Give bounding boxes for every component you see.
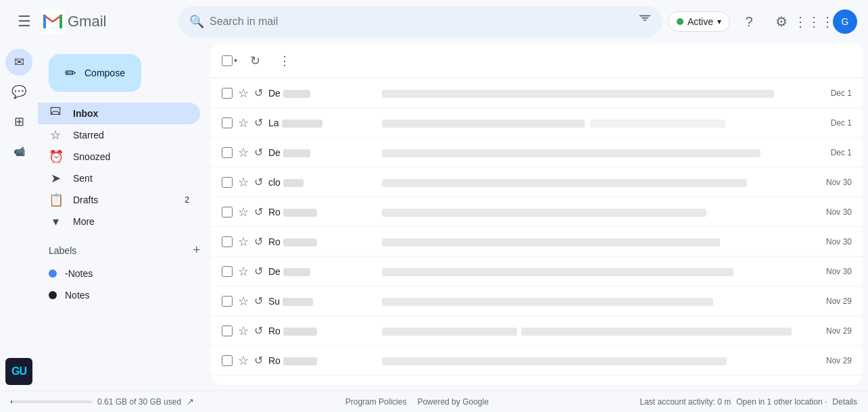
active-status-button[interactable]: Active ▾ xyxy=(668,11,730,32)
svg-rect-1 xyxy=(43,15,46,28)
email-row[interactable]: ☆ ↺ Su Nov 29 xyxy=(211,286,863,316)
email-date: Nov 30 xyxy=(826,207,852,217)
sidebar-item-inbox[interactable]: Inbox xyxy=(38,103,200,124)
more-options-button[interactable]: ⋮ xyxy=(272,49,297,73)
compose-label: Compose xyxy=(85,68,125,78)
reply-icon: ↺ xyxy=(254,294,263,307)
program-policies-link[interactable]: Program Policies xyxy=(345,397,407,407)
email-date: Nov 29 xyxy=(826,297,852,306)
reply-icon: ↺ xyxy=(254,324,263,337)
active-dot xyxy=(677,18,683,25)
email-row[interactable]: ☆ ↺ Ro Nov 30 xyxy=(211,227,863,257)
reply-icon: ↺ xyxy=(254,116,263,129)
sidebar-item-snoozed[interactable]: ⏰ Snoozed xyxy=(38,146,200,168)
star-icon[interactable]: ☆ xyxy=(238,86,249,101)
select-all-checkbox[interactable] xyxy=(222,55,233,66)
reply-icon: ↺ xyxy=(254,205,263,218)
other-location-text[interactable]: Open in 1 other location · xyxy=(736,397,827,407)
select-dropdown-icon[interactable]: ▾ xyxy=(234,57,237,64)
star-icon[interactable]: ☆ xyxy=(238,234,249,249)
labels-header: Labels + xyxy=(38,238,211,263)
strip-meet-icon[interactable]: 📹 xyxy=(5,138,32,165)
refresh-button[interactable]: ↻ xyxy=(243,49,267,73)
email-row[interactable]: ☆ ↺ clo Nov 30 xyxy=(211,168,863,197)
sender-name: Su xyxy=(268,296,377,307)
email-date: Nov 29 xyxy=(826,356,852,365)
star-icon[interactable]: ☆ xyxy=(238,205,249,220)
active-label: Active xyxy=(688,16,713,27)
email-content xyxy=(382,266,821,277)
email-row[interactable]: ☆ ↺ Ro Nov 30 xyxy=(211,197,863,227)
manage-storage-icon[interactable]: ↗ xyxy=(187,396,194,407)
strip-spaces-icon[interactable]: ⊞ xyxy=(5,108,32,135)
email-date: Nov 30 xyxy=(826,267,852,276)
email-content xyxy=(382,326,821,336)
inbox-icon xyxy=(49,105,62,122)
star-icon[interactable]: ☆ xyxy=(238,324,249,338)
email-row[interactable]: ☆ ↺ Ro Nov 29 xyxy=(211,376,863,385)
gmail-wordmark: Gmail xyxy=(68,13,106,30)
email-checkbox[interactable] xyxy=(222,147,233,158)
sender-name: Ro xyxy=(268,355,377,366)
reply-icon: ↺ xyxy=(254,146,263,159)
label-item-notes-blue[interactable]: -Notes xyxy=(38,263,200,284)
details-link[interactable]: Details xyxy=(832,397,857,407)
email-checkbox[interactable] xyxy=(222,385,233,386)
email-row[interactable]: ☆ ↺ La Dec 1 xyxy=(211,108,863,138)
email-content xyxy=(382,355,821,366)
email-checkbox[interactable] xyxy=(222,355,233,366)
search-input[interactable] xyxy=(210,16,633,28)
email-content xyxy=(382,147,825,158)
email-checkbox[interactable] xyxy=(222,88,233,99)
sidebar: ✏ Compose Inbox ☆ Starred ⏰ Snoozed ➤ Se… xyxy=(38,43,211,390)
email-checkbox[interactable] xyxy=(222,296,233,307)
email-date: Nov 30 xyxy=(826,178,852,187)
star-icon[interactable]: ☆ xyxy=(238,383,249,386)
email-row[interactable]: ☆ ↺ De Dec 1 xyxy=(211,138,863,168)
email-row[interactable]: ☆ ↺ De Nov 30 xyxy=(211,257,863,286)
star-icon[interactable]: ☆ xyxy=(238,353,249,368)
sidebar-item-starred[interactable]: ☆ Starred xyxy=(38,124,200,146)
label-item-notes[interactable]: Notes xyxy=(38,284,200,306)
email-content xyxy=(382,296,821,307)
star-icon[interactable]: ☆ xyxy=(238,264,249,279)
sidebar-item-drafts[interactable]: 📋 Drafts 2 xyxy=(38,189,200,211)
sent-label: Sent xyxy=(73,173,93,184)
label-dot-blue xyxy=(49,269,57,278)
compose-button[interactable]: ✏ Compose xyxy=(49,54,141,92)
email-checkbox[interactable] xyxy=(222,207,233,217)
settings-button[interactable]: ⚙ xyxy=(768,8,795,35)
email-content xyxy=(382,207,821,217)
star-icon[interactable]: ☆ xyxy=(238,294,249,309)
email-row[interactable]: ☆ ↺ Ro Nov 29 xyxy=(211,346,863,376)
avatar[interactable]: G xyxy=(833,9,857,34)
add-label-button[interactable]: + xyxy=(193,243,200,257)
email-row[interactable]: ☆ ↺ De Dec 1 xyxy=(211,78,863,108)
reply-icon: ↺ xyxy=(254,384,263,385)
star-icon[interactable]: ☆ xyxy=(238,175,249,190)
sidebar-item-sent[interactable]: ➤ Sent xyxy=(38,168,200,189)
strip-mail-icon[interactable]: ✉ xyxy=(5,49,32,76)
email-row[interactable]: ☆ ↺ Ro Nov 29 xyxy=(211,316,863,346)
reply-icon: ↺ xyxy=(254,86,263,99)
star-icon[interactable]: ☆ xyxy=(238,145,249,160)
email-checkbox[interactable] xyxy=(222,266,233,277)
starred-icon: ☆ xyxy=(49,128,62,143)
email-area: ▾ ↻ ⋮ ☆ ↺ De Dec 1 ☆ ↺ La Dec 1 xyxy=(211,43,863,385)
apps-button[interactable]: ⋮⋮⋮ xyxy=(800,8,827,35)
email-checkbox[interactable] xyxy=(222,177,233,188)
search-options-icon[interactable] xyxy=(638,14,652,30)
strip-chat-icon[interactable]: 💬 xyxy=(5,78,32,105)
help-button[interactable]: ? xyxy=(736,8,763,35)
sidebar-item-more[interactable]: ▾ More xyxy=(38,211,200,232)
reply-icon: ↺ xyxy=(254,176,263,188)
hamburger-button[interactable]: ☰ xyxy=(11,8,38,35)
email-checkbox[interactable] xyxy=(222,118,233,128)
sender-name: De xyxy=(268,266,377,277)
gmail-logo: Gmail xyxy=(41,9,106,34)
star-icon[interactable]: ☆ xyxy=(238,115,249,130)
email-checkbox[interactable] xyxy=(222,236,233,247)
logo-area: ☰ Gmail xyxy=(11,8,173,35)
sent-icon: ➤ xyxy=(49,171,62,186)
email-checkbox[interactable] xyxy=(222,326,233,336)
